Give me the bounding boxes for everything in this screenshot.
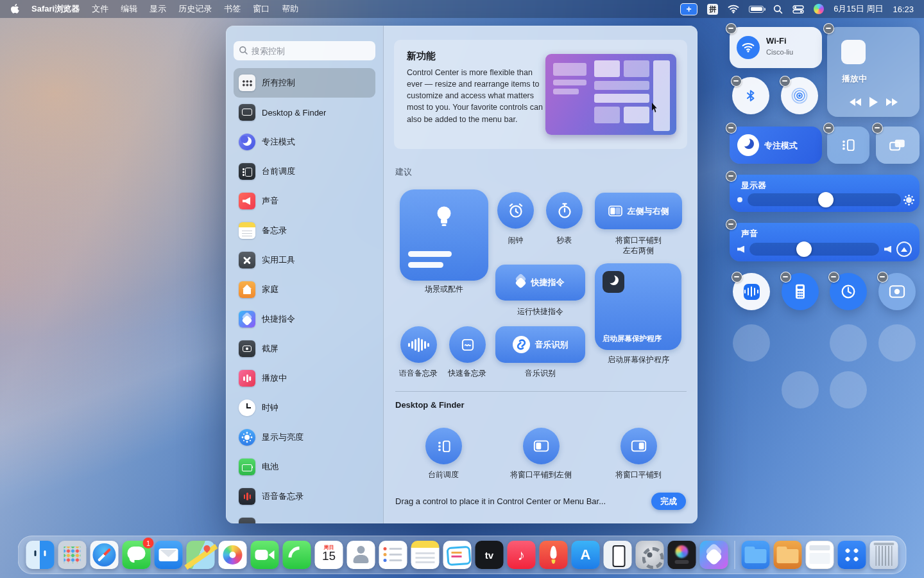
wifi-circle-icon[interactable] (737, 36, 760, 59)
dock-freeform[interactable] (443, 541, 472, 569)
stopwatch-control[interactable] (546, 192, 583, 229)
scenes-accessories-tile[interactable] (400, 189, 488, 281)
menu-file[interactable]: 文件 (92, 3, 108, 15)
menubar-date[interactable]: 6月15日 周日 (834, 3, 883, 15)
tile-left-right-control[interactable]: 左侧与右侧 (595, 193, 682, 229)
sidebar-item-home[interactable]: 家庭 (234, 275, 375, 304)
music-recognition-control[interactable]: 音乐识别 (495, 326, 585, 363)
sidebar-item-screenshot[interactable]: 截屏 (234, 334, 375, 363)
dock-iphone-mirroring[interactable] (604, 541, 632, 569)
run-shortcut-control[interactable]: 快捷指令 (495, 265, 585, 301)
screen-capture-button[interactable] (878, 273, 916, 310)
sidebar-item-sound[interactable]: 声音 (234, 186, 375, 216)
menu-view[interactable]: 显示 (150, 3, 166, 15)
remove-badge[interactable] (877, 272, 888, 283)
dock-safari[interactable] (90, 541, 119, 569)
wifi-icon[interactable] (728, 4, 739, 13)
dock-rocket-app[interactable] (540, 541, 568, 569)
tile-window-right-control[interactable] (620, 428, 657, 464)
sidebar-item-desktop-finder[interactable]: Desktop & Finder (234, 98, 375, 127)
battery-icon[interactable] (749, 6, 764, 13)
menu-history[interactable]: 历史记录 (178, 3, 212, 15)
dock-messages[interactable]: 1 (123, 541, 151, 569)
dock-app-store[interactable]: A (572, 541, 600, 569)
dock-contacts[interactable] (347, 541, 375, 569)
airdrop-button[interactable] (781, 77, 818, 114)
sidebar-item-notes[interactable]: 备忘录 (234, 216, 375, 245)
dock-music[interactable]: ♪ (508, 541, 536, 569)
sidebar-item-all-controls[interactable]: 所有控制 (234, 68, 375, 98)
volume-slider[interactable] (749, 243, 879, 256)
menubar-add-drop-target[interactable]: + (680, 3, 697, 15)
sidebar-item-shortcuts[interactable]: 快捷指令 (234, 304, 375, 334)
dock-downloads-folder[interactable] (742, 541, 770, 569)
now-playing-tile[interactable]: 播放中 (827, 27, 920, 117)
stage-manager-control[interactable] (425, 428, 462, 464)
remove-badge[interactable] (726, 123, 737, 134)
timer-button[interactable] (830, 273, 867, 310)
dock-document-preview[interactable] (806, 541, 834, 569)
search-input[interactable] (234, 41, 375, 60)
input-method-indicator[interactable]: 拼 (707, 4, 718, 15)
spotlight-icon[interactable] (773, 4, 783, 14)
screensaver-control[interactable]: 启动屏幕保护程序 (595, 263, 681, 350)
remove-badge[interactable] (732, 272, 742, 283)
display-brightness-tile[interactable]: 显示器 (730, 175, 920, 212)
remove-badge[interactable] (726, 171, 737, 182)
tile-window-left-control[interactable] (523, 428, 560, 464)
dock-photos[interactable] (219, 541, 247, 569)
menubar-time[interactable]: 16:23 (893, 4, 914, 14)
dock-calendar[interactable]: 周日 15 (315, 541, 343, 569)
dock-folder-stack[interactable] (774, 541, 802, 569)
dock-apple-tv[interactable]: tv (475, 541, 504, 569)
volume-knob[interactable] (796, 241, 812, 257)
alarm-control[interactable] (497, 192, 534, 229)
focus-tile[interactable]: 专注模式 (730, 127, 822, 164)
remove-badge[interactable] (726, 219, 737, 230)
menu-window[interactable]: 窗口 (253, 3, 270, 15)
app-menu-title[interactable]: Safari浏览器 (31, 3, 80, 15)
screen-mirroring-tile[interactable] (876, 127, 920, 164)
brightness-knob[interactable] (818, 192, 834, 207)
dock-shortcuts[interactable] (700, 541, 728, 569)
menu-edit[interactable]: 编辑 (121, 3, 137, 15)
sound-tile[interactable]: 声音 (730, 223, 920, 261)
play-button[interactable] (869, 97, 878, 107)
remove-badge[interactable] (872, 123, 883, 134)
dock-notes[interactable] (411, 541, 440, 569)
dock-system-settings[interactable] (636, 541, 664, 569)
apple-menu-icon[interactable] (10, 4, 19, 14)
fast-forward-button[interactable] (886, 98, 898, 106)
airplay-audio-button[interactable] (896, 241, 912, 257)
rewind-button[interactable] (850, 98, 861, 106)
menu-bookmarks[interactable]: 书签 (224, 3, 241, 15)
bluetooth-button[interactable] (732, 77, 769, 114)
control-center-icon[interactable] (792, 5, 804, 13)
siri-icon[interactable] (814, 4, 824, 14)
sidebar-item-battery[interactable]: 电池 (234, 452, 375, 482)
quick-note-control[interactable] (449, 326, 486, 363)
dock-reminders[interactable] (379, 541, 407, 569)
dock-blue-grid-app[interactable] (838, 541, 866, 569)
voice-memo-control[interactable] (400, 326, 437, 363)
sidebar-item-display-brightness[interactable]: 显示与亮度 (234, 423, 375, 452)
sidebar-item-stage-manager[interactable]: 台前调度 (234, 157, 375, 186)
sidebar-item-utilities[interactable]: 实用工具 (234, 245, 375, 275)
sidebar-item-partial[interactable] (234, 511, 375, 523)
dock-facetime[interactable] (251, 541, 279, 569)
dock-finder[interactable] (26, 541, 55, 569)
voice-control-button[interactable] (733, 273, 770, 310)
remove-badge[interactable] (726, 23, 737, 34)
wifi-tile[interactable]: Wi-Fi Cisco-liu (730, 27, 822, 68)
brightness-slider[interactable] (748, 193, 901, 206)
menu-help[interactable]: 帮助 (282, 3, 298, 15)
dock-mail[interactable] (155, 541, 183, 569)
dock-home-audio[interactable] (668, 541, 696, 569)
done-button[interactable]: 完成 (651, 493, 686, 510)
remove-badge[interactable] (780, 272, 791, 283)
calculator-button[interactable] (782, 273, 819, 310)
remove-badge[interactable] (828, 272, 839, 283)
dock-launchpad[interactable] (58, 541, 87, 569)
dock-maps[interactable] (187, 541, 215, 569)
remove-badge[interactable] (731, 76, 742, 87)
